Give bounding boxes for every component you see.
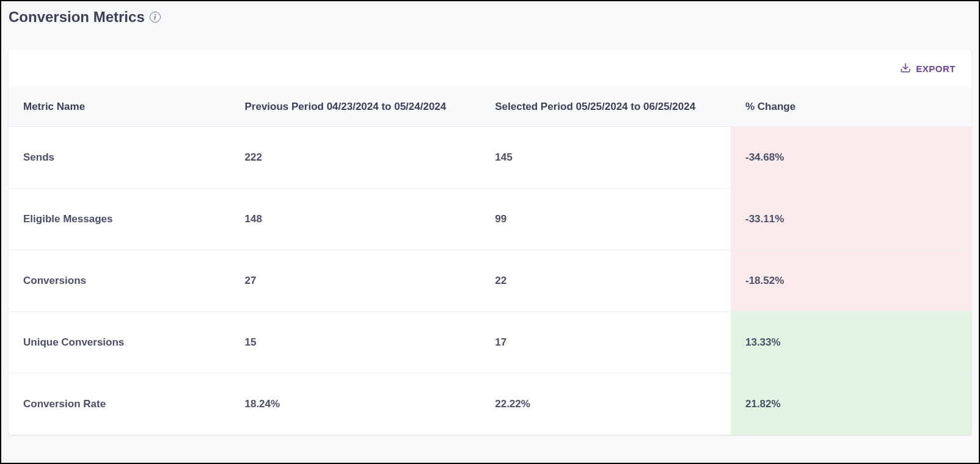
metric-name-cell: Eligible Messages	[9, 189, 230, 250]
selected-period-cell: 99	[480, 189, 731, 250]
selected-period-cell: 145	[480, 127, 731, 189]
metric-name-cell: Conversion Rate	[9, 374, 230, 435]
table-header-row: Metric Name Previous Period 04/23/2024 t…	[9, 87, 971, 127]
metric-name-cell: Unique Conversions	[9, 312, 230, 374]
conversion-metrics-table: Metric Name Previous Period 04/23/2024 t…	[9, 87, 971, 435]
table-row: Eligible Messages14899-33.11%	[9, 189, 971, 250]
percent-change-cell: 21.82%	[731, 374, 971, 435]
col-header-change: % Change	[731, 87, 971, 127]
table-row: Unique Conversions151713.33%	[9, 312, 971, 374]
selected-period-cell: 22.22%	[480, 374, 731, 435]
table-row: Conversion Rate18.24%22.22%21.82%	[9, 374, 971, 435]
col-header-metric: Metric Name	[9, 87, 230, 127]
table-row: Sends222145-34.68%	[9, 127, 971, 189]
previous-period-cell: 222	[230, 127, 480, 189]
col-header-selected: Selected Period 05/25/2024 to 06/25/2024	[480, 87, 731, 127]
percent-change-cell: 13.33%	[731, 312, 971, 374]
selected-period-cell: 17	[480, 312, 731, 374]
table-row: Conversions2722-18.52%	[9, 250, 971, 312]
info-icon[interactable]: i	[150, 12, 161, 23]
previous-period-cell: 18.24%	[230, 374, 480, 435]
download-icon	[900, 62, 911, 75]
metrics-card: EXPORT Metric Name Previous Period 04/23…	[9, 50, 971, 435]
metric-name-cell: Sends	[9, 127, 230, 189]
col-header-previous: Previous Period 04/23/2024 to 05/24/2024	[230, 87, 480, 127]
percent-change-cell: -33.11%	[731, 189, 971, 250]
percent-change-cell: -34.68%	[731, 127, 971, 189]
page-title: Conversion Metrics	[9, 9, 145, 26]
export-button[interactable]: EXPORT	[899, 60, 957, 78]
percent-change-cell: -18.52%	[731, 250, 971, 312]
previous-period-cell: 15	[230, 312, 480, 374]
selected-period-cell: 22	[480, 250, 731, 312]
metric-name-cell: Conversions	[9, 250, 230, 312]
previous-period-cell: 27	[230, 250, 480, 312]
export-button-label: EXPORT	[916, 63, 956, 74]
previous-period-cell: 148	[230, 189, 480, 250]
